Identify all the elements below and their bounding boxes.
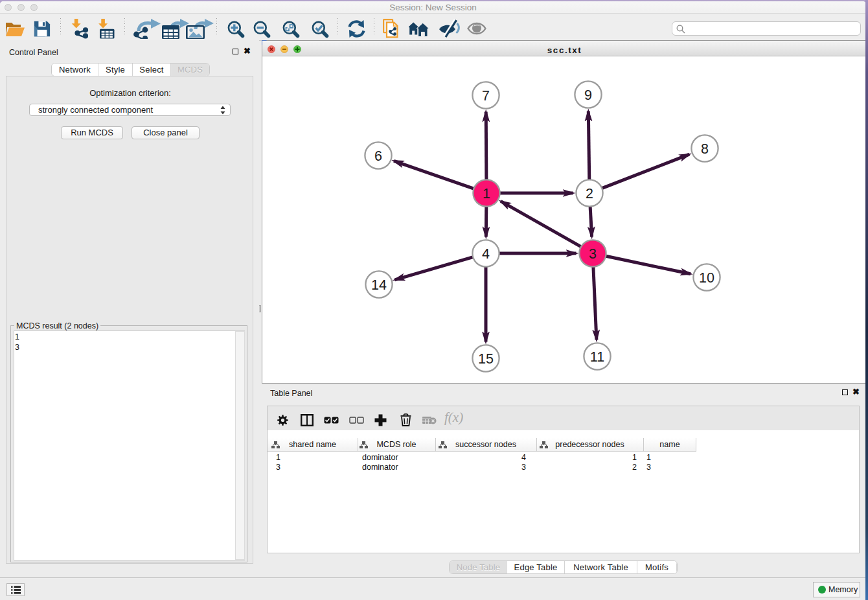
svg-text:6: 6 [374,148,382,164]
svg-text:2: 2 [586,186,593,202]
svg-text:14: 14 [371,277,387,293]
svg-text:3: 3 [589,246,597,262]
svg-text:15: 15 [478,351,494,367]
svg-text:4: 4 [482,246,490,262]
svg-text:11: 11 [590,349,604,365]
svg-text:9: 9 [584,87,592,103]
svg-text:1: 1 [483,186,490,202]
svg-text:8: 8 [701,141,709,157]
svg-text:7: 7 [482,88,490,104]
svg-text:10: 10 [699,270,714,286]
